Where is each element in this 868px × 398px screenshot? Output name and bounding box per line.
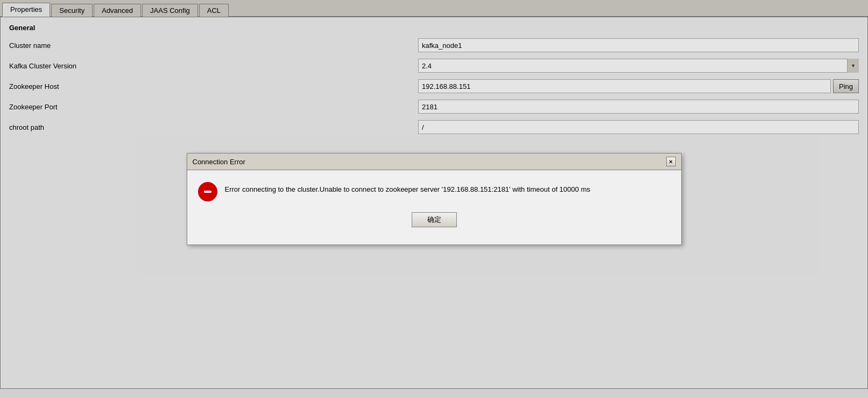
dialog-message-text: Error connecting to the cluster.Unable t…: [225, 181, 590, 195]
dialog-title: Connection Error: [193, 158, 245, 166]
error-icon: [198, 182, 217, 201]
confirm-button[interactable]: 确定: [412, 212, 457, 227]
dialog-footer: 确定: [198, 212, 671, 236]
dialog-titlebar: Connection Error ×: [187, 153, 681, 170]
dialog-overlay: Connection Error × Error connecting to t…: [0, 0, 868, 398]
dialog-message-row: Error connecting to the cluster.Unable t…: [198, 181, 671, 201]
connection-error-dialog: Connection Error × Error connecting to t…: [187, 153, 682, 245]
dialog-body: Error connecting to the cluster.Unable t…: [187, 170, 681, 245]
dialog-close-button[interactable]: ×: [666, 157, 676, 166]
